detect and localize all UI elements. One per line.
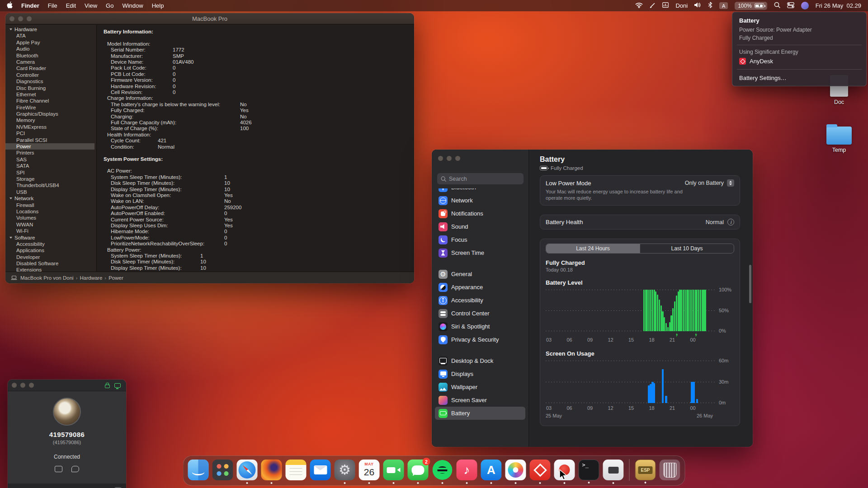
sysinfo-item-firewall[interactable]: Firewall <box>5 202 94 208</box>
active-app-menu[interactable]: Finder <box>21 2 39 9</box>
dock-facetime[interactable] <box>383 460 404 480</box>
menu-go[interactable]: Go <box>106 2 113 9</box>
desktop-icon-temp[interactable]: Temp <box>821 123 857 153</box>
settings-item-screen-time[interactable]: Screen Time <box>435 246 525 259</box>
dropdown-stepper-icon[interactable] <box>727 179 734 187</box>
settings-item-displays[interactable]: Displays <box>435 367 525 380</box>
scrollbar-thumb[interactable] <box>749 265 751 303</box>
sysinfo-item-controller[interactable]: Controller <box>5 72 94 78</box>
spotlight-icon[interactable] <box>774 2 780 9</box>
sysinfo-item-ethernet[interactable]: Ethernet <box>5 91 94 98</box>
sysinfo-item-camera[interactable]: Camera <box>5 59 94 65</box>
sysinfo-item-developer[interactable]: Developer <box>5 254 94 260</box>
user-avatar-icon[interactable] <box>801 2 809 9</box>
user-switcher[interactable]: Doni <box>675 2 688 9</box>
control-center-icon[interactable] <box>787 2 794 9</box>
menu-edit[interactable]: Edit <box>66 2 76 9</box>
sysinfo-item-disabled-software[interactable]: Disabled Software <box>5 260 94 267</box>
sysinfo-item-graphics-displays[interactable]: Graphics/Displays <box>5 111 94 117</box>
dock-system-settings[interactable] <box>335 460 355 480</box>
settings-item-focus[interactable]: Focus <box>435 233 525 246</box>
battery-menu-extra[interactable]: 100% <box>735 2 767 10</box>
low-power-mode-select[interactable]: Only on Battery <box>685 179 734 187</box>
stats-icon[interactable] <box>662 2 669 9</box>
sysinfo-item-locations[interactable]: Locations <box>5 208 94 215</box>
sysinfo-item-pci[interactable]: PCI <box>5 130 94 136</box>
sysinfo-item-apple-pay[interactable]: Apple Pay <box>5 39 94 46</box>
dock-trash[interactable] <box>660 460 680 480</box>
settings-item-control-center[interactable]: Control Center <box>435 307 525 320</box>
dock-esp-tool[interactable]: ESP <box>635 460 656 480</box>
tab-last-24-hours[interactable]: Last 24 Hours <box>546 244 640 253</box>
dock-launchpad[interactable] <box>212 460 233 480</box>
sysinfo-item-card-reader[interactable]: Card Reader <box>5 65 94 71</box>
menu-item-anydesk[interactable]: AnyDesk <box>732 56 866 66</box>
settings-item-privacy-security[interactable]: Privacy & Security <box>435 333 525 346</box>
sysinfo-item-bluetooth[interactable]: Bluetooth <box>5 52 94 59</box>
menu-bar-clock[interactable]: Fri 26 May 02.29 <box>816 2 861 9</box>
sysinfo-item-sas[interactable]: SAS <box>5 156 94 163</box>
sysinfo-item-fibre-channel[interactable]: Fibre Channel <box>5 98 94 104</box>
zoom-button[interactable] <box>29 383 34 388</box>
sysinfo-group-hardware[interactable]: Hardware <box>5 26 94 33</box>
sysinfo-titlebar[interactable]: MacBook Pro <box>5 13 414 24</box>
menu-window[interactable]: Window <box>122 2 143 9</box>
dock-anydesk[interactable] <box>530 460 551 480</box>
sysinfo-item-printers[interactable]: Printers <box>5 150 94 156</box>
dock-mail[interactable] <box>310 460 331 480</box>
sysinfo-item-storage[interactable]: Storage <box>5 176 94 182</box>
dock-music[interactable] <box>457 460 477 480</box>
close-button[interactable] <box>438 156 443 161</box>
bluetooth-icon[interactable] <box>708 2 712 9</box>
sysinfo-group-software[interactable]: Software <box>5 235 94 241</box>
permission-profile-select[interactable]: Default <box>8 483 126 488</box>
sysinfo-item-spi[interactable]: SPI <box>5 169 94 176</box>
dock-spotify[interactable] <box>432 460 453 480</box>
minimize-button[interactable] <box>20 383 25 388</box>
sysinfo-item-sata[interactable]: SATA <box>5 163 94 169</box>
zoom-button[interactable] <box>455 156 460 161</box>
sysinfo-item-firewire[interactable]: FireWire <box>5 104 94 111</box>
settings-item-appearance[interactable]: Appearance <box>435 281 525 294</box>
dock-terminal[interactable]: >_ <box>579 460 599 480</box>
sysinfo-item-applications[interactable]: Applications <box>5 247 94 253</box>
zoom-button[interactable] <box>27 16 32 21</box>
settings-item-screen-saver[interactable]: Screen Saver <box>435 394 525 407</box>
sysinfo-item-ata[interactable]: ATA <box>5 33 94 39</box>
sysinfo-item-volumes[interactable]: Volumes <box>5 215 94 221</box>
sysinfo-item-usb[interactable]: USB <box>5 189 94 195</box>
sysinfo-group-network[interactable]: Network <box>5 195 94 202</box>
sysinfo-item-disc-burning[interactable]: Disc Burning <box>5 85 94 91</box>
menu-help[interactable]: Help <box>152 2 164 9</box>
sysinfo-item-diagnostics[interactable]: Diagnostics <box>5 78 94 84</box>
sysinfo-item-thunderbolt-usb4[interactable]: Thunderbolt/USB4 <box>5 182 94 188</box>
volume-icon[interactable] <box>694 2 701 9</box>
minimize-button[interactable] <box>447 156 452 161</box>
apple-menu-icon[interactable] <box>7 1 13 10</box>
sysinfo-item-audio[interactable]: Audio <box>5 46 94 52</box>
breadcrumb-item[interactable]: Hardware <box>80 275 102 281</box>
wifi-icon[interactable] <box>635 2 643 9</box>
dock-firefox[interactable] <box>261 460 282 480</box>
sysinfo-item-power[interactable]: Power <box>5 143 94 150</box>
minimize-button[interactable] <box>18 16 23 21</box>
disclosure-triangle-icon[interactable] <box>9 197 12 199</box>
menu-item-battery-settings[interactable]: Battery Settings… <box>732 72 866 82</box>
dock-notes[interactable] <box>286 460 307 480</box>
settings-item-siri-spotlight[interactable]: Siri & Spotlight <box>435 320 525 333</box>
dock-finder[interactable] <box>188 460 209 480</box>
breadcrumb-item[interactable]: MacBook Pro von Doni <box>20 275 74 281</box>
menu-file[interactable]: File <box>48 2 57 9</box>
disclosure-triangle-icon[interactable] <box>9 237 12 239</box>
settings-item-bluetooth[interactable]: Bluetooth <box>435 188 525 194</box>
settings-item-accessibility[interactable]: Accessibility <box>435 294 525 307</box>
settings-item-sound[interactable]: Sound <box>435 220 525 233</box>
file-transfer-icon[interactable] <box>55 466 62 472</box>
anydesk-titlebar[interactable] <box>8 380 126 391</box>
dock-messages[interactable]: 2 <box>408 460 429 480</box>
close-button[interactable] <box>12 383 17 388</box>
dock-calendar[interactable]: MAY26 <box>359 460 380 480</box>
breadcrumb-item[interactable]: Power <box>108 275 123 281</box>
sysinfo-item-wwan[interactable]: WWAN <box>5 221 94 228</box>
sysinfo-item-parallel-scsi[interactable]: Parallel SCSI <box>5 137 94 143</box>
